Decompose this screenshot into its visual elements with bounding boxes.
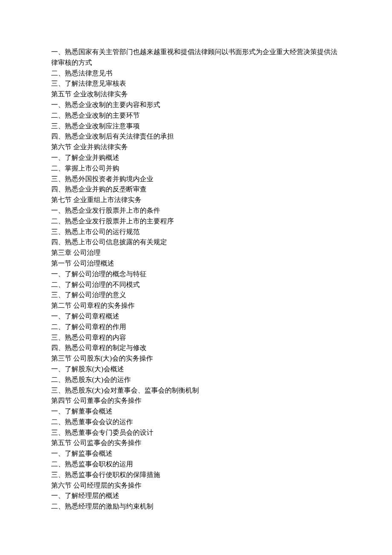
- outline-line: 二、熟悉股东(大)会的运作: [51, 375, 341, 385]
- outline-line: 二、熟悉董事会会议的运作: [51, 417, 341, 428]
- outline-line: 三、熟悉董事会专门委员会的设计: [51, 428, 341, 438]
- outline-line: 三、熟悉股东(大)会对董事会、监事会的制衡机制: [51, 385, 341, 396]
- outline-line: 一、了解董事会概述: [51, 406, 341, 417]
- outline-line: 一、熟悉国家有关主管部门也越来越重视和提倡法律顾问以书面形式为企业重大经营决策提…: [51, 47, 341, 68]
- outline-line: 第二节 公司章程的实务操作: [51, 301, 341, 311]
- outline-line: 一、了解经理层的概述: [51, 491, 341, 501]
- outline-line: 二、掌握上市公司并购: [51, 163, 341, 174]
- outline-line: 第四节 公司董事会的实务操作: [51, 396, 341, 406]
- outline-line: 二、熟悉法律意见书: [51, 68, 341, 79]
- outline-line: 四、熟悉企业改制后有关法律责任的承担: [51, 131, 341, 142]
- outline-line: 三、熟悉公司章程的内容: [51, 332, 341, 343]
- outline-line: 第六节 公司经理层的实务操作: [51, 480, 341, 491]
- outline-line: 二、熟悉企业改制的主要环节: [51, 110, 341, 121]
- outline-line: 二、熟悉监事会职权的运用: [51, 459, 341, 470]
- outline-line: 三、熟悉监事会行使职权的保障措施: [51, 470, 341, 480]
- outline-line: 一、了解企业并购概述: [51, 153, 341, 163]
- outline-line: 一、了解监事会概述: [51, 448, 341, 459]
- outline-line: 四、熟悉上市公司信息披露的有关规定: [51, 237, 341, 248]
- outline-line: 一、了解公司治理的概念与特征: [51, 269, 341, 280]
- outline-line: 第五节 企业改制法律实务: [51, 89, 341, 100]
- outline-line: 三、熟悉企业改制应注意事项: [51, 121, 341, 132]
- outline-line: 三、了解法律意见审核表: [51, 78, 341, 89]
- outline-line: 第三节 公司股东(大)会的实务操作: [51, 353, 341, 364]
- outline-line: 三、了解公司治理的意义: [51, 290, 341, 301]
- outline-line: 一、了解公司章程概述: [51, 311, 341, 322]
- outline-line: 二、了解公司治理的不同模式: [51, 280, 341, 290]
- document-page: 一、熟悉国家有关主管部门也越来越重视和提倡法律顾问以书面形式为企业重大经营决策提…: [0, 0, 392, 555]
- outline-line: 一、熟悉企业改制的主要内容和形式: [51, 100, 341, 110]
- outline-line: 四、熟悉公司章程的制定与修改: [51, 343, 341, 353]
- outline-line: 三、熟悉外国投资者并购境内企业: [51, 174, 341, 185]
- outline-line: 三、熟悉上市公司的运行规范: [51, 227, 341, 237]
- outline-line: 第五节 公司监事会的实务操作: [51, 438, 341, 448]
- outline-line: 二、熟悉企业发行股票并上市的主要程序: [51, 216, 341, 227]
- outline-line: 第三章 公司治理: [51, 248, 341, 258]
- outline-line: 一、熟悉企业发行股票并上市的条件: [51, 205, 341, 216]
- outline-line: 第六节 企业并购法律实务: [51, 142, 341, 153]
- outline-line: 第一节 公司治理概述: [51, 258, 341, 269]
- outline-line: 四、熟悉企业并购的反垄断审查: [51, 184, 341, 195]
- outline-line: 一、了解股东(大)会概述: [51, 364, 341, 375]
- outline-line: 二、熟悉经理层的激励与约束机制: [51, 501, 341, 512]
- outline-line: 第七节 企业重组上市法律实务: [51, 195, 341, 205]
- outline-line: 二、了解公司章程的作用: [51, 322, 341, 332]
